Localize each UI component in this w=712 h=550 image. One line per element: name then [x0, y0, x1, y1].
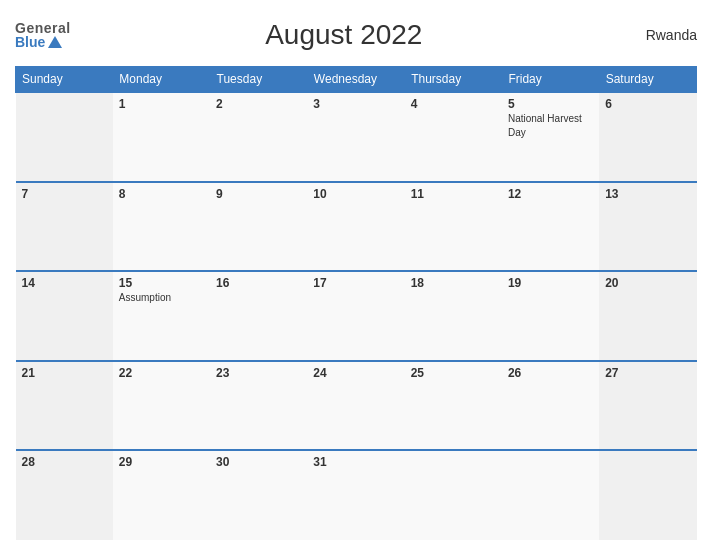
header-saturday: Saturday	[599, 67, 696, 93]
day-number: 21	[22, 366, 107, 380]
day-number: 28	[22, 455, 107, 469]
calendar-cell: 11	[405, 182, 502, 272]
day-number: 18	[411, 276, 496, 290]
calendar-cell	[502, 450, 599, 540]
day-number: 7	[22, 187, 107, 201]
calendar-cell: 9	[210, 182, 307, 272]
day-number: 8	[119, 187, 204, 201]
header-friday: Friday	[502, 67, 599, 93]
weekday-header-row: Sunday Monday Tuesday Wednesday Thursday…	[16, 67, 697, 93]
logo-general-text: General	[15, 21, 71, 35]
day-number: 31	[313, 455, 398, 469]
calendar-cell: 7	[16, 182, 113, 272]
header-tuesday: Tuesday	[210, 67, 307, 93]
week-row-4: 28293031	[16, 450, 697, 540]
day-number: 23	[216, 366, 301, 380]
calendar-cell: 23	[210, 361, 307, 451]
calendar-cell: 22	[113, 361, 210, 451]
day-number: 2	[216, 97, 301, 111]
day-number: 11	[411, 187, 496, 201]
logo: General Blue	[15, 21, 71, 49]
day-number: 17	[313, 276, 398, 290]
calendar-title: August 2022	[71, 19, 617, 51]
logo-blue-text: Blue	[15, 35, 62, 49]
calendar-cell: 21	[16, 361, 113, 451]
day-number: 13	[605, 187, 690, 201]
day-number: 1	[119, 97, 204, 111]
calendar-cell: 13	[599, 182, 696, 272]
calendar-cell: 17	[307, 271, 404, 361]
calendar-cell	[599, 450, 696, 540]
calendar-cell: 8	[113, 182, 210, 272]
calendar-cell: 31	[307, 450, 404, 540]
calendar-cell: 20	[599, 271, 696, 361]
day-number: 25	[411, 366, 496, 380]
calendar-cell: 2	[210, 92, 307, 182]
calendar-cell: 28	[16, 450, 113, 540]
calendar-cell: 30	[210, 450, 307, 540]
day-number: 12	[508, 187, 593, 201]
calendar-cell: 3	[307, 92, 404, 182]
day-number: 10	[313, 187, 398, 201]
calendar-cell: 24	[307, 361, 404, 451]
day-number: 24	[313, 366, 398, 380]
day-number: 5	[508, 97, 593, 111]
calendar-cell: 5National Harvest Day	[502, 92, 599, 182]
calendar-cell: 26	[502, 361, 599, 451]
calendar-page: General Blue August 2022 Rwanda Sunday M…	[0, 0, 712, 550]
day-number: 22	[119, 366, 204, 380]
event-text: National Harvest Day	[508, 113, 582, 138]
header-sunday: Sunday	[16, 67, 113, 93]
calendar-cell: 27	[599, 361, 696, 451]
calendar-cell	[405, 450, 502, 540]
header: General Blue August 2022 Rwanda	[15, 10, 697, 60]
week-row-2: 1415Assumption1617181920	[16, 271, 697, 361]
header-monday: Monday	[113, 67, 210, 93]
week-row-3: 21222324252627	[16, 361, 697, 451]
logo-triangle-icon	[48, 36, 62, 48]
event-text: Assumption	[119, 292, 171, 303]
day-number: 19	[508, 276, 593, 290]
calendar-cell: 1	[113, 92, 210, 182]
calendar-cell: 16	[210, 271, 307, 361]
calendar-cell: 18	[405, 271, 502, 361]
day-number: 16	[216, 276, 301, 290]
calendar-cell: 14	[16, 271, 113, 361]
calendar-cell: 19	[502, 271, 599, 361]
day-number: 27	[605, 366, 690, 380]
calendar-cell	[16, 92, 113, 182]
day-number: 26	[508, 366, 593, 380]
day-number: 20	[605, 276, 690, 290]
calendar-cell: 4	[405, 92, 502, 182]
week-row-1: 78910111213	[16, 182, 697, 272]
header-thursday: Thursday	[405, 67, 502, 93]
calendar-cell: 25	[405, 361, 502, 451]
day-number: 3	[313, 97, 398, 111]
calendar-cell: 15Assumption	[113, 271, 210, 361]
calendar-cell: 29	[113, 450, 210, 540]
day-number: 30	[216, 455, 301, 469]
calendar-cell: 6	[599, 92, 696, 182]
day-number: 9	[216, 187, 301, 201]
day-number: 15	[119, 276, 204, 290]
calendar-table: Sunday Monday Tuesday Wednesday Thursday…	[15, 66, 697, 540]
week-row-0: 12345National Harvest Day6	[16, 92, 697, 182]
calendar-cell: 10	[307, 182, 404, 272]
calendar-cell: 12	[502, 182, 599, 272]
country-name: Rwanda	[617, 27, 697, 43]
day-number: 29	[119, 455, 204, 469]
day-number: 6	[605, 97, 690, 111]
day-number: 14	[22, 276, 107, 290]
day-number: 4	[411, 97, 496, 111]
header-wednesday: Wednesday	[307, 67, 404, 93]
